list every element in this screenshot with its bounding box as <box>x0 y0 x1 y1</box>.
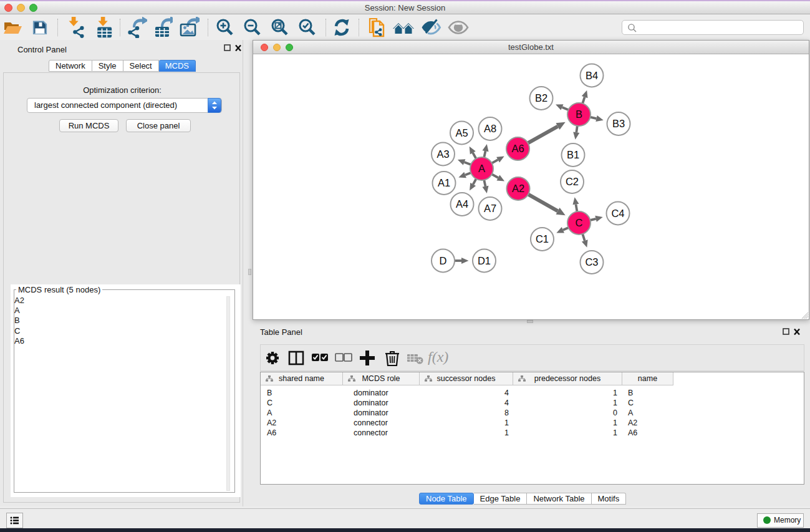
svg-text:A7: A7 <box>484 203 496 214</box>
svg-text:A4: A4 <box>456 198 468 210</box>
svg-text:B1: B1 <box>567 149 579 160</box>
svg-text:A2: A2 <box>512 183 524 194</box>
svg-text:A3: A3 <box>436 148 449 160</box>
svg-text:D1: D1 <box>478 255 491 266</box>
svg-text:A: A <box>478 163 485 174</box>
svg-text:C4: C4 <box>611 208 624 219</box>
svg-text:C: C <box>576 217 583 228</box>
svg-text:B3: B3 <box>612 118 625 129</box>
svg-text:C2: C2 <box>566 176 579 187</box>
svg-text:A8: A8 <box>484 123 496 134</box>
svg-text:B: B <box>576 109 582 120</box>
svg-text:B4: B4 <box>586 70 598 81</box>
svg-text:A6: A6 <box>511 143 524 154</box>
svg-text:A1: A1 <box>438 177 450 188</box>
svg-text:A5: A5 <box>455 127 468 138</box>
svg-text:C3: C3 <box>585 256 598 268</box>
svg-text:D: D <box>440 255 447 266</box>
svg-text:B2: B2 <box>535 92 547 104</box>
svg-text:C1: C1 <box>536 233 549 244</box>
